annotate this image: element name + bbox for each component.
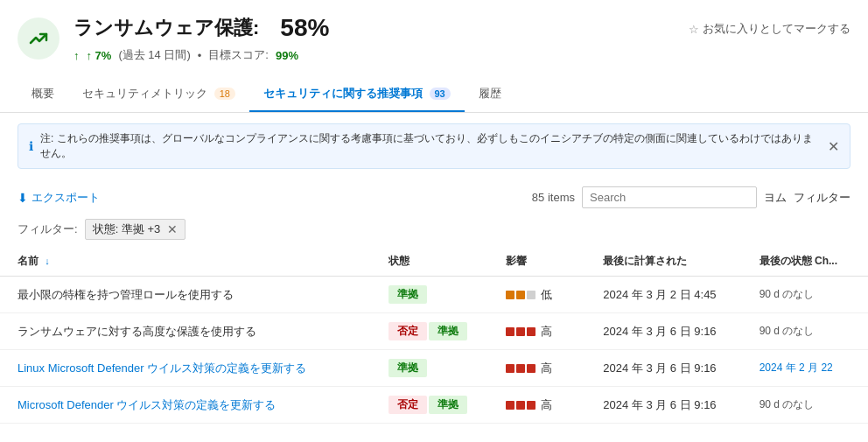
cell-state: 準拠 — [371, 350, 488, 387]
cell-impact: 低 — [488, 277, 586, 313]
cell-name[interactable]: Microsoft Defender ウイルス対策の定義を更新する — [0, 387, 371, 424]
row-name-link[interactable]: Linux Microsoft Defender ウイルス対策の定義を更新する — [18, 361, 306, 375]
filter-button[interactable]: フィルター — [794, 190, 850, 206]
search-input[interactable] — [582, 186, 757, 208]
filter-label: フィルター: — [18, 221, 78, 237]
filter-clear-button[interactable]: ✕ — [167, 222, 178, 236]
cell-name: ランサムウェアに対する高度な保護を使用する — [0, 313, 371, 350]
cell-state: 否定準拠 — [371, 313, 488, 350]
state-badge-denied: 否定 — [388, 396, 427, 414]
col-state: 状態 — [371, 247, 488, 277]
tab-recommendations-badge: 93 — [430, 88, 451, 100]
cell-last-change: 90 d のなし — [742, 387, 868, 424]
cell-calc-date: 2024 年 3 月 6 日 9:16 — [585, 313, 741, 350]
subtitle-row: ↑ ↑ 7% (過去 14 日間) • 目標スコア: 99% — [74, 47, 675, 63]
target-value: 99% — [276, 49, 298, 62]
impact-label: 高 — [541, 397, 552, 413]
col-impact: 影響 — [488, 247, 586, 277]
col-last-change: 最後の状態 Ch... — [742, 247, 868, 277]
export-button[interactable]: ⬇ エクスポート — [18, 190, 100, 206]
star-icon: ☆ — [689, 23, 699, 36]
toolbar-right: 85 items ヨム フィルター — [532, 186, 850, 208]
col-calc: 最後に計算された — [585, 247, 741, 277]
last-change-date: 2024 年 2 月 22 — [760, 361, 833, 374]
last-change-no-change: 90 d のなし — [760, 288, 815, 300]
page-header: ランサムウェア保護: 58% ↑ ↑ 7% (過去 14 日間) • 目標スコア… — [0, 0, 868, 70]
info-icon: ℹ — [29, 139, 33, 153]
tab-recommendations-label: セキュリティに関する推奨事項 — [263, 87, 423, 100]
cell-calc-date: 2024 年 3 月 6 日 9:16 — [585, 387, 741, 424]
info-bar: ℹ 注: これらの推奨事項は、グローバルなコンプライアンスに関する考慮事項に基づ… — [18, 123, 850, 169]
state-badge-mixed: 否定準拠 — [388, 322, 471, 340]
cell-impact: 高 — [488, 387, 586, 424]
cell-impact: 高 — [488, 313, 586, 350]
tab-history[interactable]: 履歴 — [465, 77, 515, 112]
score-value: 58% — [280, 14, 329, 42]
state-badge-denied: 否定 — [388, 322, 427, 340]
last-change-no-change: 90 d のなし — [760, 398, 815, 410]
state-badge-mixed: 否定準拠 — [388, 396, 471, 414]
impact-dot-red — [527, 364, 536, 373]
score-icon — [18, 18, 60, 60]
row-name-link[interactable]: Microsoft Defender ウイルス対策の定義を更新する — [18, 398, 276, 411]
export-label: エクスポート — [32, 190, 100, 206]
impact-dot-gray — [527, 291, 536, 299]
state-badge-compliant: 準拠 — [429, 396, 467, 414]
table-row: ランサムウェアに対する高度な保護を使用する否定準拠高2024 年 3 月 6 日… — [0, 313, 868, 350]
tab-overview[interactable]: 概要 — [18, 77, 68, 112]
info-text: 注: これらの推奨事項は、グローバルなコンプライアンスに関する考慮事項に基づいて… — [40, 131, 821, 161]
cell-name: 最小限の特権を持つ管理ロールを使用する — [0, 277, 371, 313]
table-row: 最小限の特権を持つ管理ロールを使用する準拠低2024 年 3 月 2 日 4:4… — [0, 277, 868, 313]
sort-icon[interactable]: ↓ — [45, 256, 50, 266]
columns-label[interactable]: ヨム — [764, 190, 787, 206]
impact-dots: 高 — [506, 324, 569, 340]
cell-name[interactable]: Linux Microsoft Defender ウイルス対策の定義を更新する — [0, 350, 371, 387]
items-count: 85 items — [532, 191, 575, 204]
impact-dot-red — [506, 364, 514, 373]
info-close-button[interactable]: ✕ — [828, 138, 839, 155]
impact-dot-red — [506, 401, 514, 410]
state-badge: 準拠 — [388, 285, 427, 304]
impact-label: 高 — [541, 324, 552, 340]
impact-dot-red — [527, 401, 536, 410]
filter-tag: 状態: 準拠 +3 ✕ — [85, 219, 186, 240]
tab-metrics[interactable]: セキュリティメトリック 18 — [68, 77, 249, 112]
last-change-no-change: 90 d のなし — [760, 325, 815, 337]
impact-dots: 高 — [506, 397, 569, 413]
favorite-button[interactable]: ☆ お気に入りとしてマークする — [689, 21, 850, 37]
col-name: 名前 ↓ — [0, 247, 371, 277]
cell-last-change: 90 d のなし — [742, 277, 868, 313]
filter-row: フィルター: 状態: 準拠 +3 ✕ — [0, 215, 868, 247]
state-badge-compliant: 準拠 — [429, 322, 467, 340]
impact-dots: 高 — [506, 361, 569, 376]
cell-last-change: 90 d のなし — [742, 313, 868, 350]
favorite-label: お気に入りとしてマークする — [703, 21, 850, 37]
cell-impact: 高 — [488, 350, 586, 387]
impact-dot-red — [516, 401, 525, 410]
impact-dot-red — [527, 327, 536, 336]
page-title: ランサムウェア保護: — [74, 15, 259, 41]
state-badge: 準拠 — [388, 359, 427, 377]
impact-label: 高 — [541, 361, 552, 376]
change-value: ↑ 7% — [87, 49, 112, 62]
tab-metrics-label: セキュリティメトリック — [82, 87, 207, 100]
cell-state: 否定準拠 — [371, 387, 488, 424]
change-period: (過去 14 日間) — [118, 47, 190, 63]
table-row: Linux Microsoft Defender ウイルス対策の定義を更新する準… — [0, 350, 868, 387]
export-down-icon: ⬇ — [18, 191, 28, 205]
tab-recommendations[interactable]: セキュリティに関する推奨事項 93 — [249, 77, 465, 112]
impact-dot-orange — [516, 291, 525, 299]
toolbar: ⬇ エクスポート 85 items ヨム フィルター — [0, 179, 868, 215]
filter-tag-text: 状態: 準拠 +3 — [93, 221, 161, 237]
cell-calc-date: 2024 年 3 月 6 日 9:16 — [585, 350, 741, 387]
impact-dot-red — [516, 364, 525, 373]
change-arrow: ↑ — [74, 49, 80, 62]
header-content: ランサムウェア保護: 58% ↑ ↑ 7% (過去 14 日間) • 目標スコア… — [74, 14, 675, 63]
separator-dot: • — [198, 49, 202, 62]
table-header-row: 名前 ↓ 状態 影響 最後に計算された 最後の状態 Ch... — [0, 247, 868, 277]
impact-label: 低 — [541, 287, 552, 303]
target-label: 目標スコア: — [208, 47, 269, 63]
cell-calc-date: 2024 年 3 月 2 日 4:45 — [585, 277, 741, 313]
impact-dot-red — [506, 327, 514, 336]
recommendations-table: 名前 ↓ 状態 影響 最後に計算された 最後の状態 Ch... 最小限の特権を持… — [0, 247, 868, 424]
